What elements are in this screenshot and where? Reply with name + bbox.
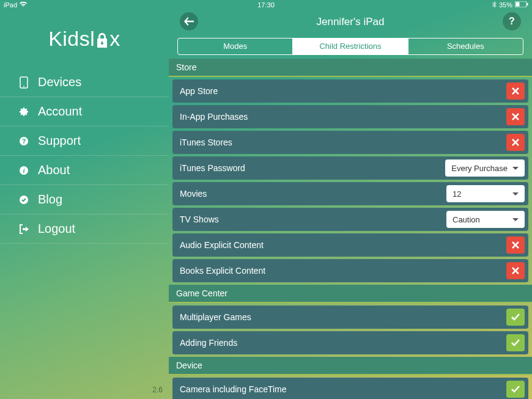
gear-icon [18,107,29,117]
version-label: 2.6 [152,386,163,394]
info-icon: i [18,166,29,175]
block-toggle[interactable] [506,262,525,279]
restriction-row: iTunes PasswordEvery Purchase [172,156,528,180]
block-toggle[interactable] [506,236,525,254]
close-icon [512,267,519,274]
restriction-row: Multiplayer Games [172,306,528,329]
battery-percent: 35% [499,1,512,9]
block-toggle[interactable] [506,82,525,100]
restriction-label: iTunes Stores [180,137,232,147]
block-toggle[interactable] [506,134,525,151]
sidebar-item-account[interactable]: Account [0,97,169,126]
clock: 17:30 [257,1,275,9]
restriction-label: In-App Purchases [180,112,248,122]
allow-toggle[interactable] [506,381,525,398]
check-icon [511,339,520,346]
check-icon [511,386,520,393]
back-button[interactable] [180,12,198,31]
close-icon [512,87,519,95]
svg-rect-2 [527,3,528,5]
restriction-label: Camera including FaceTime [180,384,287,394]
sidebar-item-label: About [38,163,70,177]
battery-icon [515,1,528,9]
svg-rect-1 [516,2,520,7]
logo-text-post: x [109,27,120,51]
sidebar: Kidsl x DevicesAccount?SupportiAboutBlog… [0,10,169,399]
restriction-row: In-App Purchases [172,105,528,128]
sidebar-item-logout[interactable]: Logout [0,214,169,244]
section-header: Game Center [169,285,532,303]
restriction-row: App Store [172,79,528,103]
logout-icon [18,224,29,234]
select-movies[interactable]: 12 [446,185,525,202]
device-icon [18,76,29,89]
block-toggle[interactable] [506,108,525,125]
wifi-icon [20,1,27,9]
main-panel: Jennifer's iPad ? ModesChild Restriction… [169,10,532,399]
select-value: 12 [453,189,461,199]
sidebar-item-about[interactable]: iAbout [0,156,169,185]
status-bar: iPad 17:30 35% [0,0,532,10]
app-logo: Kidsl x [0,27,169,51]
tab-bar: ModesChild RestrictionsSchedules [177,38,523,55]
select-value: Caution [453,215,480,224]
tab-modes[interactable]: Modes [178,38,292,54]
check-circle-icon [18,195,29,205]
restriction-row: TV ShowsCaution [172,208,528,231]
logo-text-pre: Kidsl [48,27,95,51]
svg-point-4 [23,86,24,87]
close-icon [512,241,519,249]
tab-child-restrictions[interactable]: Child Restrictions [292,38,407,54]
lock-icon [95,27,109,51]
sidebar-item-label: Devices [38,75,81,89]
restriction-row: Audio Explicit Content [172,233,528,257]
restriction-label: Audio Explicit Content [180,240,264,250]
close-icon [512,113,519,120]
help-button[interactable]: ? [503,12,521,31]
restriction-label: Multiplayer Games [180,312,251,322]
sidebar-item-support[interactable]: ?Support [0,126,169,156]
restriction-label: App Store [180,86,218,96]
restriction-label: iTunes Password [180,163,245,173]
allow-toggle[interactable] [506,334,525,351]
page-title: Jennifer's iPad [317,16,385,28]
check-icon [511,313,520,321]
sidebar-item-label: Account [38,104,82,119]
restriction-label: Books Explicit Content [180,266,265,276]
sidebar-item-blog[interactable]: Blog [0,185,169,214]
restriction-row: Books Explicit Content [172,259,528,282]
tab-schedules[interactable]: Schedules [408,38,523,54]
close-icon [512,139,519,146]
select-itunes-password[interactable]: Every Purchase [445,159,525,177]
restriction-row: Adding Friends [172,331,528,354]
sidebar-item-devices[interactable]: Devices [0,68,169,97]
sidebar-item-label: Logout [38,222,75,236]
restriction-row: iTunes Stores [172,131,528,154]
question-icon: ? [18,136,29,146]
section-header: Device [169,357,532,375]
device-label: iPad [4,1,17,9]
header: Jennifer's iPad ? [169,10,532,34]
allow-toggle[interactable] [506,309,525,326]
bluetooth-icon [492,1,497,9]
sidebar-item-label: Blog [38,192,62,207]
restriction-label: Movies [180,189,207,199]
select-tv-shows[interactable]: Caution [446,211,525,228]
svg-text:?: ? [22,137,26,145]
restriction-row: Movies12 [172,182,528,205]
restrictions-list: StoreApp StoreIn-App PurchasesiTunes Sto… [169,59,532,399]
section-header: Store [169,59,532,77]
restriction-label: Adding Friends [180,338,237,348]
restriction-row: Camera including FaceTime [172,378,528,399]
restriction-label: TV Shows [180,214,219,224]
select-value: Every Purchase [451,164,508,173]
sidebar-item-label: Support [38,134,81,148]
